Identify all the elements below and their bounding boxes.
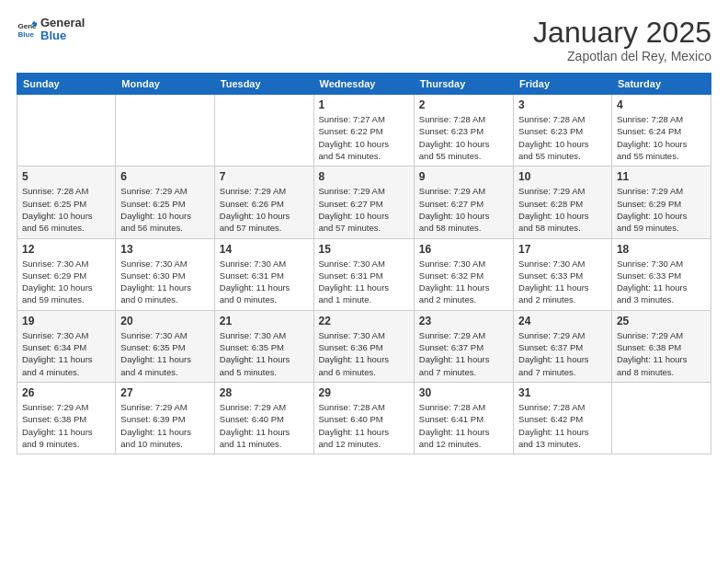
day-number: 23 (419, 315, 508, 327)
title-section: January 2025 Zapotlan del Rey, Mexico (533, 17, 711, 63)
day-info: Sunrise: 7:30 AM Sunset: 6:31 PM Dayligh… (220, 258, 309, 306)
calendar-cell: 28Sunrise: 7:29 AM Sunset: 6:40 PM Dayli… (214, 382, 313, 454)
day-info: Sunrise: 7:28 AM Sunset: 6:24 PM Dayligh… (617, 113, 706, 162)
day-info: Sunrise: 7:27 AM Sunset: 6:22 PM Dayligh… (319, 113, 409, 162)
logo: General Blue General Blue (17, 17, 85, 43)
day-number: 16 (419, 243, 508, 256)
day-info: Sunrise: 7:29 AM Sunset: 6:40 PM Dayligh… (220, 401, 309, 450)
day-number: 31 (518, 386, 607, 399)
day-info: Sunrise: 7:29 AM Sunset: 6:38 PM Dayligh… (22, 401, 110, 450)
day-number: 20 (120, 315, 209, 327)
day-number: 27 (120, 386, 209, 399)
day-number: 30 (419, 386, 508, 399)
day-number: 8 (319, 170, 409, 183)
header-day-friday: Friday (514, 74, 612, 95)
header-day-monday: Monday (116, 74, 214, 95)
day-number: 1 (319, 98, 409, 111)
calendar-cell: 16Sunrise: 7:30 AM Sunset: 6:32 PM Dayli… (414, 238, 513, 310)
calendar-cell: 9Sunrise: 7:29 AM Sunset: 6:27 PM Daylig… (414, 167, 513, 238)
calendar-cell: 22Sunrise: 7:30 AM Sunset: 6:36 PM Dayli… (313, 310, 414, 382)
calendar-cell: 12Sunrise: 7:30 AM Sunset: 6:29 PM Dayli… (17, 238, 116, 310)
day-number: 19 (22, 315, 110, 327)
calendar-cell: 19Sunrise: 7:30 AM Sunset: 6:34 PM Dayli… (17, 310, 116, 382)
calendar-cell: 11Sunrise: 7:29 AM Sunset: 6:29 PM Dayli… (611, 167, 711, 238)
day-number: 9 (419, 170, 508, 183)
calendar-cell: 10Sunrise: 7:29 AM Sunset: 6:28 PM Dayli… (514, 167, 612, 238)
header-day-tuesday: Tuesday (214, 74, 313, 95)
calendar-week-3: 12Sunrise: 7:30 AM Sunset: 6:29 PM Dayli… (17, 238, 711, 310)
day-number: 17 (518, 243, 607, 256)
day-info: Sunrise: 7:30 AM Sunset: 6:31 PM Dayligh… (319, 258, 409, 306)
day-info: Sunrise: 7:30 AM Sunset: 6:29 PM Dayligh… (22, 258, 110, 306)
day-info: Sunrise: 7:28 AM Sunset: 6:42 PM Dayligh… (518, 401, 607, 450)
calendar-header-row: SundayMondayTuesdayWednesdayThursdayFrid… (17, 74, 711, 95)
calendar-week-5: 26Sunrise: 7:29 AM Sunset: 6:38 PM Dayli… (17, 382, 711, 454)
day-info: Sunrise: 7:30 AM Sunset: 6:36 PM Dayligh… (319, 329, 409, 378)
day-info: Sunrise: 7:29 AM Sunset: 6:37 PM Dayligh… (518, 329, 607, 378)
day-number: 24 (518, 315, 607, 327)
day-number: 10 (518, 170, 607, 183)
calendar-cell: 27Sunrise: 7:29 AM Sunset: 6:39 PM Dayli… (116, 382, 214, 454)
day-number: 6 (120, 170, 209, 183)
header-day-thursday: Thursday (414, 74, 513, 95)
day-info: Sunrise: 7:28 AM Sunset: 6:40 PM Dayligh… (319, 401, 409, 450)
day-info: Sunrise: 7:30 AM Sunset: 6:35 PM Dayligh… (120, 329, 209, 378)
calendar-cell (116, 95, 214, 167)
header-day-sunday: Sunday (17, 74, 116, 95)
day-number: 4 (617, 98, 706, 111)
day-info: Sunrise: 7:29 AM Sunset: 6:28 PM Dayligh… (518, 185, 607, 234)
calendar-cell: 26Sunrise: 7:29 AM Sunset: 6:38 PM Dayli… (17, 382, 116, 454)
day-info: Sunrise: 7:28 AM Sunset: 6:23 PM Dayligh… (419, 113, 508, 162)
calendar-cell: 23Sunrise: 7:29 AM Sunset: 6:37 PM Dayli… (414, 310, 513, 382)
day-info: Sunrise: 7:30 AM Sunset: 6:33 PM Dayligh… (518, 258, 607, 306)
day-number: 12 (22, 243, 110, 256)
day-info: Sunrise: 7:29 AM Sunset: 6:26 PM Dayligh… (220, 185, 309, 234)
calendar-cell: 30Sunrise: 7:28 AM Sunset: 6:41 PM Dayli… (414, 382, 513, 454)
header: General Blue General Blue January 2025 Z… (17, 17, 711, 63)
calendar-cell: 18Sunrise: 7:30 AM Sunset: 6:33 PM Dayli… (611, 238, 711, 310)
day-info: Sunrise: 7:30 AM Sunset: 6:35 PM Dayligh… (220, 329, 309, 378)
calendar-week-4: 19Sunrise: 7:30 AM Sunset: 6:34 PM Dayli… (17, 310, 711, 382)
calendar-cell: 24Sunrise: 7:29 AM Sunset: 6:37 PM Dayli… (514, 310, 612, 382)
day-number: 13 (120, 243, 209, 256)
day-info: Sunrise: 7:29 AM Sunset: 6:27 PM Dayligh… (319, 185, 409, 234)
day-number: 21 (220, 315, 309, 327)
calendar-cell: 20Sunrise: 7:30 AM Sunset: 6:35 PM Dayli… (116, 310, 214, 382)
logo-icon: General Blue (17, 19, 37, 40)
calendar-table: SundayMondayTuesdayWednesdayThursdayFrid… (17, 73, 711, 454)
day-number: 3 (518, 98, 607, 111)
calendar-cell (17, 95, 116, 167)
day-number: 25 (617, 315, 706, 327)
calendar-cell: 1Sunrise: 7:27 AM Sunset: 6:22 PM Daylig… (313, 95, 414, 167)
day-number: 26 (22, 386, 110, 399)
calendar-cell (611, 382, 711, 454)
day-info: Sunrise: 7:29 AM Sunset: 6:37 PM Dayligh… (419, 329, 508, 378)
day-info: Sunrise: 7:29 AM Sunset: 6:29 PM Dayligh… (617, 185, 706, 234)
calendar-cell: 2Sunrise: 7:28 AM Sunset: 6:23 PM Daylig… (414, 95, 513, 167)
day-info: Sunrise: 7:29 AM Sunset: 6:38 PM Dayligh… (617, 329, 706, 378)
logo-blue: Blue (40, 29, 85, 42)
calendar-cell: 6Sunrise: 7:29 AM Sunset: 6:25 PM Daylig… (116, 167, 214, 238)
day-info: Sunrise: 7:29 AM Sunset: 6:39 PM Dayligh… (120, 401, 209, 450)
day-info: Sunrise: 7:28 AM Sunset: 6:25 PM Dayligh… (22, 185, 110, 234)
day-number: 15 (319, 243, 409, 256)
day-info: Sunrise: 7:28 AM Sunset: 6:23 PM Dayligh… (518, 113, 607, 162)
day-number: 22 (319, 315, 409, 327)
day-number: 7 (220, 170, 309, 183)
page: General Blue General Blue January 2025 Z… (0, 0, 728, 563)
calendar-cell: 5Sunrise: 7:28 AM Sunset: 6:25 PM Daylig… (17, 167, 116, 238)
day-number: 2 (419, 98, 508, 111)
calendar-cell: 15Sunrise: 7:30 AM Sunset: 6:31 PM Dayli… (313, 238, 414, 310)
month-title: January 2025 (533, 17, 711, 49)
logo-general: General (40, 17, 85, 29)
calendar-cell: 14Sunrise: 7:30 AM Sunset: 6:31 PM Dayli… (214, 238, 313, 310)
day-info: Sunrise: 7:30 AM Sunset: 6:30 PM Dayligh… (120, 258, 209, 306)
location-title: Zapotlan del Rey, Mexico (533, 49, 711, 63)
header-day-wednesday: Wednesday (313, 74, 414, 95)
calendar-cell: 3Sunrise: 7:28 AM Sunset: 6:23 PM Daylig… (514, 95, 612, 167)
calendar-week-2: 5Sunrise: 7:28 AM Sunset: 6:25 PM Daylig… (17, 167, 711, 238)
day-info: Sunrise: 7:29 AM Sunset: 6:25 PM Dayligh… (120, 185, 209, 234)
calendar-cell: 17Sunrise: 7:30 AM Sunset: 6:33 PM Dayli… (514, 238, 612, 310)
calendar-cell: 8Sunrise: 7:29 AM Sunset: 6:27 PM Daylig… (313, 167, 414, 238)
svg-text:Blue: Blue (17, 30, 34, 39)
